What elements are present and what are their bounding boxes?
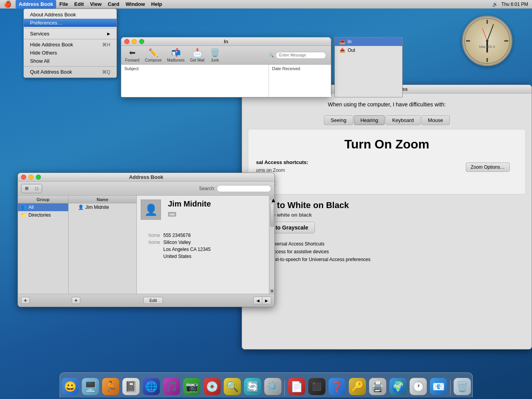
mail-date-area: Date Received bbox=[269, 65, 331, 97]
ab-maximize-button[interactable] bbox=[36, 175, 41, 180]
mail-minimize-button[interactable] bbox=[132, 39, 137, 44]
ab-scrollbar[interactable]: ▲ ▼ bbox=[269, 196, 274, 294]
sidebar-item-in[interactable]: 📥 In bbox=[335, 37, 402, 46]
ua-shortcut-2: ooms in bbox=[256, 174, 518, 180]
dock-acrobat[interactable]: 📄 bbox=[287, 377, 306, 396]
dock-addressbook[interactable]: 📓 bbox=[122, 377, 140, 396]
menu-hide[interactable]: Hide Address Book ⌘H bbox=[24, 41, 117, 49]
group-directories[interactable]: 📁 Directories bbox=[18, 211, 68, 219]
contact-field-country: United States bbox=[141, 254, 265, 259]
menubar-app-name[interactable]: Address Book bbox=[16, 0, 56, 9]
get-mail-button[interactable]: 📩 Get Mail bbox=[188, 47, 207, 63]
scroll-thumb[interactable] bbox=[270, 203, 274, 227]
ab-minimize-button[interactable] bbox=[28, 175, 34, 180]
scroll-up-arrow[interactable]: ▲ bbox=[270, 196, 274, 200]
forward-button[interactable]: ⬅ Forward bbox=[123, 47, 142, 63]
menu-services[interactable]: Services ▶ bbox=[24, 30, 117, 38]
ab-close-button[interactable] bbox=[21, 175, 26, 180]
dock-separator bbox=[285, 380, 285, 396]
menubar-file[interactable]: File bbox=[56, 0, 71, 9]
contact-icon: 👤 bbox=[78, 205, 84, 210]
menu-about[interactable]: About Address Book bbox=[24, 11, 117, 19]
sidebar-item-out[interactable]: 📤 Out bbox=[335, 46, 402, 55]
dock-clock[interactable]: 🕐 bbox=[409, 377, 428, 396]
dock-iphoto[interactable]: 📷 bbox=[182, 377, 201, 396]
menu-preferences[interactable]: Preferences… bbox=[24, 19, 117, 27]
dock-internet[interactable]: 🌍 bbox=[389, 377, 407, 396]
tab-seeing[interactable]: Seeing bbox=[324, 115, 353, 125]
tab-hearing[interactable]: Hearing bbox=[354, 115, 385, 125]
menubar-edit[interactable]: Edit bbox=[71, 0, 87, 9]
menu-separator-3 bbox=[24, 66, 117, 67]
tab-keyboard[interactable]: Keyboard bbox=[385, 115, 421, 125]
mail-close-button[interactable] bbox=[124, 39, 129, 44]
mail-content: Subject Date Received bbox=[121, 65, 331, 97]
ab-detail-column: 👤 Jim Midnite me home 555 2345678 home S… bbox=[137, 196, 269, 294]
ua-checkbox-allow: Allow Universal Access Shortcuts bbox=[248, 241, 526, 247]
navigation-buttons: ◀ ▶ bbox=[253, 297, 271, 304]
menubar-window[interactable]: Window bbox=[122, 0, 148, 9]
dock-figure[interactable]: 🏃 bbox=[101, 377, 120, 396]
tab-mouse[interactable]: Mouse bbox=[421, 115, 450, 125]
menubar-card[interactable]: Card bbox=[105, 0, 123, 9]
scroll-down-arrow[interactable]: ▼ bbox=[270, 289, 274, 293]
dock-itunes[interactable]: 🎵 bbox=[162, 377, 181, 396]
dock-idvd[interactable]: 💿 bbox=[203, 377, 221, 396]
dock-finder[interactable]: 😀 bbox=[61, 377, 80, 396]
menu-separator-2 bbox=[24, 39, 117, 39]
ab-content: Group 👥 All 📁 Directories Name 👤 Jim Mid… bbox=[18, 196, 274, 294]
next-contact-button[interactable]: ▶ bbox=[262, 297, 271, 304]
ua-shortcut-3: ooms out bbox=[256, 181, 518, 186]
dock-isync[interactable]: 🔄 bbox=[243, 377, 262, 396]
edit-contact-button[interactable]: Edit bbox=[143, 297, 163, 304]
mail-search-input[interactable] bbox=[276, 52, 326, 59]
card-view-button[interactable]: □ bbox=[32, 184, 42, 193]
menu-quit[interactable]: Quit Address Book ⌘Q bbox=[24, 68, 117, 76]
dock-help[interactable]: ❓ bbox=[328, 377, 346, 396]
ua-bottom-checkboxes: Allow Universal Access Shortcuts Enable … bbox=[242, 237, 532, 268]
dock-mail[interactable]: 📧 bbox=[429, 377, 448, 396]
prev-contact-button[interactable]: ◀ bbox=[254, 297, 262, 304]
group-all[interactable]: 👥 All bbox=[18, 203, 68, 211]
ab-toolbar: ⊞ □ Search: bbox=[18, 182, 274, 196]
search-input[interactable] bbox=[217, 185, 271, 192]
inbox-icon: 📥 bbox=[339, 39, 345, 44]
list-view-button[interactable]: ⊞ bbox=[21, 184, 32, 193]
svg-line-7 bbox=[483, 28, 487, 41]
mailboxes-button[interactable]: 📬 Mailboxes bbox=[165, 47, 187, 63]
ua-checkbox-assistive: Enable access for assistive devices bbox=[248, 249, 526, 254]
dock-system-prefs[interactable]: ⚙️ bbox=[263, 377, 282, 396]
junk-button[interactable]: 🗑️ Junk bbox=[208, 47, 222, 63]
apple-menu[interactable]: 🍎 bbox=[0, 0, 16, 8]
mail-window-controls bbox=[124, 39, 144, 44]
add-contact-button[interactable]: + bbox=[72, 297, 80, 304]
svg-point-8 bbox=[486, 40, 488, 42]
ab-bottom-bar: + + Edit ◀ ▶ bbox=[18, 294, 274, 307]
menubar-view[interactable]: View bbox=[87, 0, 104, 9]
add-group-button[interactable]: + bbox=[21, 297, 30, 304]
contact-field-address1: home Silicon Valley bbox=[141, 240, 265, 245]
dock-keychain[interactable]: 🔑 bbox=[348, 377, 367, 396]
ab-groups-column: Group 👥 All 📁 Directories bbox=[18, 196, 69, 294]
dock-sherlock[interactable]: 🔍 bbox=[223, 377, 242, 396]
dock: 😀 🖥️ 🏃 📓 🌐 🎵 📷 💿 🔍 🔄 ⚙️ 📄 ⬛ ❓ 🔑 🖨️ bbox=[0, 370, 532, 397]
dock-imac[interactable]: 🖥️ bbox=[81, 377, 100, 396]
universal-access-panel: Universal Access When using the computer… bbox=[242, 85, 532, 350]
mail-maximize-button[interactable] bbox=[139, 39, 144, 44]
menu-show-all[interactable]: Show All bbox=[24, 57, 117, 65]
ab-titlebar: Address Book bbox=[18, 173, 274, 182]
mail-sidebar: 📥 In 📤 Out bbox=[334, 37, 403, 97]
dock-ie[interactable]: 🌐 bbox=[142, 377, 161, 396]
contact-jim[interactable]: 👤 Jim Midnite bbox=[69, 203, 136, 211]
menu-hide-others[interactable]: Hide Others bbox=[24, 49, 117, 57]
name-header: Name bbox=[69, 196, 136, 203]
group-all-icon: 👥 bbox=[21, 205, 27, 210]
menubar-right: 🔊 Thu 6:01 PM bbox=[492, 2, 532, 7]
dock-terminal[interactable]: ⬛ bbox=[308, 377, 326, 396]
compose-button[interactable]: ✏️ Compose bbox=[143, 47, 164, 63]
ua-zoom-options-button[interactable]: Zoom Options… bbox=[466, 162, 510, 172]
dock-trash[interactable]: 🗑️ bbox=[453, 377, 472, 396]
dock-printer[interactable]: 🖨️ bbox=[368, 377, 387, 396]
contact-field-address2: Los Angeles CA 12345 bbox=[141, 247, 265, 252]
menubar-help[interactable]: Help bbox=[148, 0, 165, 9]
